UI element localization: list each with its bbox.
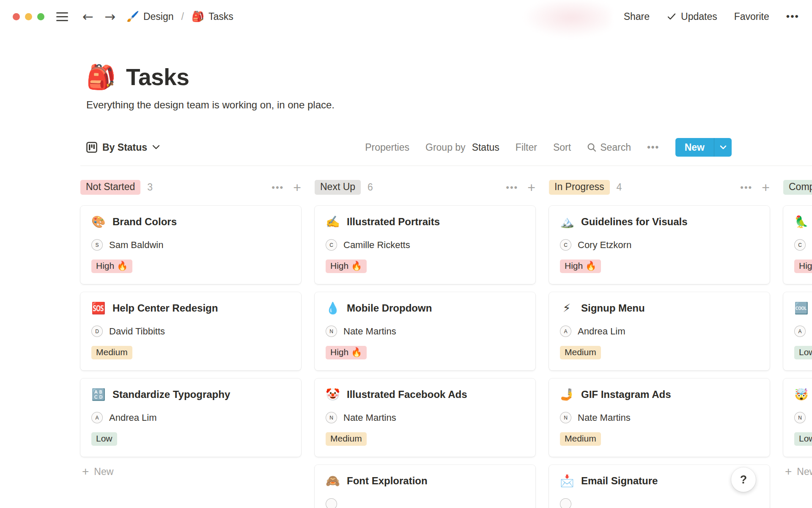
favorite-button[interactable]: Favorite — [734, 11, 769, 22]
assignee-name: Camille Ricketts — [343, 240, 410, 251]
column-header-actions: •••+ — [272, 181, 301, 194]
new-dropdown-button[interactable] — [714, 138, 732, 157]
column-more-icon[interactable]: ••• — [506, 182, 518, 193]
kanban-board: Not Started3•••+🎨Brand ColorsSSam Baldwi… — [0, 166, 812, 508]
status-label-in-progress[interactable]: In Progress — [549, 180, 610, 195]
task-card-e[interactable]: 🆒EAALow — [783, 292, 812, 370]
card-title-row: 🙈Font Exploration — [326, 475, 524, 487]
task-card-help-center-redesign[interactable]: 🆘Help Center RedesignDDavid TibbittsMedi… — [80, 292, 301, 370]
properties-button[interactable]: Properties — [365, 142, 409, 153]
task-card-mobile-dropdown[interactable]: 💧Mobile DropdownNNate MartinsHigh 🔥 — [315, 292, 535, 370]
avatar: N — [326, 412, 337, 423]
task-card-guidelines-for-visuals[interactable]: 🏔️Guidelines for VisualsCCory EtzkornHig… — [549, 206, 770, 284]
task-card-standardize-typography[interactable]: 🔠Standardize TypographyAAndrea LimLow — [80, 378, 301, 457]
task-card-h[interactable]: 🤯HNNLow — [783, 378, 812, 457]
chevron-down-icon — [152, 145, 160, 150]
avatar: A — [794, 326, 806, 337]
status-label-completed[interactable]: Completed — [783, 180, 812, 195]
column-add-icon[interactable]: + — [527, 181, 535, 194]
column-new-button[interactable]: +New — [783, 465, 812, 478]
view-switcher-label: By Status — [102, 142, 147, 153]
view-switcher[interactable]: By Status — [86, 142, 160, 153]
column-add-icon[interactable]: + — [293, 181, 301, 194]
status-label-not-started[interactable]: Not Started — [80, 180, 140, 195]
task-card-gif-instagram-ads[interactable]: 🤳GIF Instagram AdsNNate MartinsMedium — [549, 378, 770, 457]
more-options-button[interactable]: ••• — [786, 11, 799, 22]
assignee-name: Andrea Lim — [109, 412, 157, 423]
priority-badge: Medium — [326, 432, 367, 446]
task-title: Help Center Redesign — [112, 302, 218, 314]
assignee-row: AA — [794, 326, 812, 337]
board-column-completed: Completed•••+🦜UCCHigh🆒EAALow🤯HNNLow+New — [783, 180, 812, 478]
task-title: Mobile Dropdown — [347, 302, 432, 314]
updates-button[interactable]: Updates — [667, 11, 717, 22]
task-title: GIF Instagram Ads — [581, 389, 671, 400]
assignee-row: AAndrea Lim — [560, 326, 759, 337]
group-by-button[interactable]: Group by Status — [425, 142, 499, 153]
column-header-next-up: Next Up6•••+ — [315, 180, 535, 195]
forward-arrow-icon[interactable]: → — [104, 10, 115, 23]
maximize-window-icon[interactable] — [37, 13, 44, 20]
close-window-icon[interactable] — [13, 13, 20, 20]
card-title-row: ✍️Illustrated Portraits — [326, 216, 524, 228]
page-icon-backpack[interactable]: 🎒 — [86, 65, 116, 89]
card-title-row: 🏔️Guidelines for Visuals — [560, 216, 759, 228]
column-header-completed: Completed•••+ — [783, 180, 812, 195]
task-card-illustrated-facebook-ads[interactable]: 🤡Illustrated Facebook AdsNNate MartinsMe… — [315, 378, 535, 457]
board-column-not-started: Not Started3•••+🎨Brand ColorsSSam Baldwi… — [80, 180, 301, 478]
plus-icon: + — [785, 465, 792, 478]
sort-button[interactable]: Sort — [553, 142, 571, 153]
board-column-next-up: Next Up6•••+✍️Illustrated PortraitsCCami… — [315, 180, 535, 508]
avatar: A — [91, 412, 103, 423]
view-toolbar: By Status Properties Group by Status Fil… — [86, 138, 732, 157]
task-card-signup-menu[interactable]: ⚡Signup MenuAAndrea LimMedium — [549, 292, 770, 370]
breadcrumb-tasks[interactable]: Tasks — [208, 11, 233, 22]
search-button[interactable]: Search — [587, 142, 631, 153]
breadcrumb-design[interactable]: Design — [143, 11, 174, 22]
column-more-icon[interactable]: ••• — [272, 182, 284, 193]
column-more-icon[interactable]: ••• — [740, 182, 752, 193]
avatar: D — [91, 326, 103, 337]
task-title: Brand Colors — [112, 216, 177, 228]
board-column-in-progress: In Progress4•••+🏔️Guidelines for Visuals… — [549, 180, 770, 508]
search-icon — [587, 143, 597, 152]
column-count: 6 — [368, 182, 373, 193]
assignee-name: Sam Baldwin — [109, 240, 163, 251]
status-label-next-up[interactable]: Next Up — [315, 180, 361, 195]
assignee-name: Cory Etzkorn — [578, 240, 631, 251]
priority-badge: Low — [794, 346, 812, 359]
window-titlebar: ← → 🖌️ Design / 🎒 Tasks Share Updates Fa… — [0, 0, 812, 33]
minimize-window-icon[interactable] — [25, 13, 32, 20]
help-button[interactable]: ? — [731, 467, 756, 492]
assignee-row: SSam Baldwin — [91, 239, 290, 251]
card-title-row: 🤳GIF Instagram Ads — [560, 389, 759, 400]
filter-button[interactable]: Filter — [516, 142, 537, 153]
task-card-font-exploration[interactable]: 🙈Font Exploration — [315, 465, 535, 508]
column-header-actions: •••+ — [506, 181, 535, 194]
pink-smudge-artifact — [522, 1, 611, 38]
back-arrow-icon[interactable]: ← — [82, 10, 93, 23]
column-new-button[interactable]: +New — [80, 465, 301, 478]
assignee-row: NN — [794, 412, 812, 423]
sidebar-menu-icon[interactable] — [56, 12, 68, 21]
assignee-row: AAndrea Lim — [91, 412, 290, 423]
task-icon-illustrated-portraits: ✍️ — [326, 216, 339, 228]
task-card-u[interactable]: 🦜UCCHigh — [783, 206, 812, 284]
traffic-lights — [13, 13, 44, 20]
task-card-brand-colors[interactable]: 🎨Brand ColorsSSam BaldwinHigh 🔥 — [80, 206, 301, 284]
task-title: Signup Menu — [581, 302, 645, 314]
share-button[interactable]: Share — [624, 11, 650, 22]
column-header-in-progress: In Progress4•••+ — [549, 180, 770, 195]
assignee-row — [560, 498, 759, 508]
priority-badge: High 🔥 — [560, 260, 601, 273]
task-title: Illustrated Facebook Ads — [347, 389, 467, 400]
task-icon-h: 🤯 — [794, 389, 808, 400]
toolbar-more-button[interactable]: ••• — [647, 142, 659, 153]
task-card-illustrated-portraits[interactable]: ✍️Illustrated PortraitsCCamille Ricketts… — [315, 206, 535, 284]
card-title-row: 🆒E — [794, 302, 812, 314]
card-title-row: 💧Mobile Dropdown — [326, 302, 524, 314]
avatar: C — [794, 239, 806, 251]
design-page-icon: 🖌️ — [126, 11, 139, 22]
column-add-icon[interactable]: + — [762, 181, 770, 194]
new-button[interactable]: New — [675, 138, 714, 157]
